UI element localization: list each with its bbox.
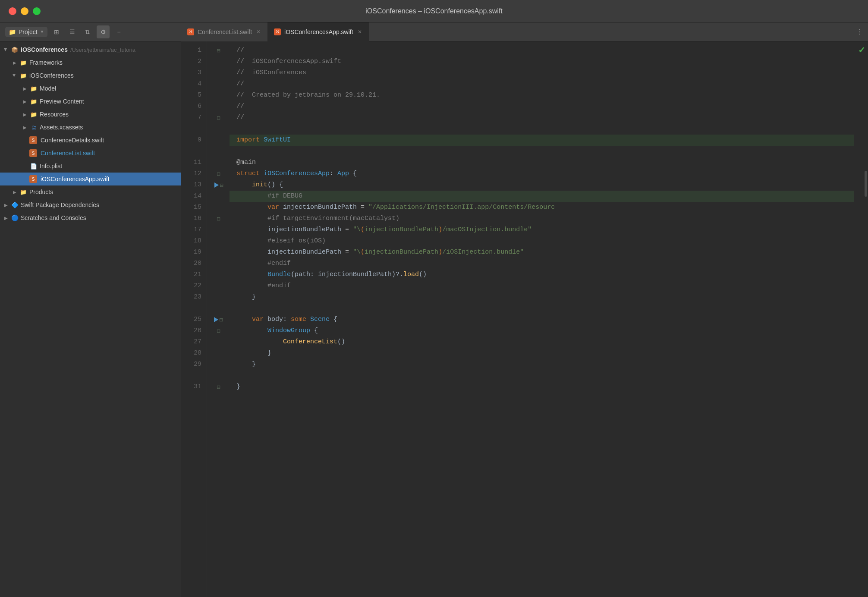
sidebar-item-root[interactable]: ▶ 📦 iOSConferences /Users/jetbrains/ac_t…: [0, 43, 181, 56]
code-line-9: import SwiftUI: [230, 135, 854, 146]
swift-conference-list-icon: S: [29, 149, 37, 157]
sidebar-item-info-plist-label: Info.plist: [40, 163, 62, 170]
sidebar-item-preview-content[interactable]: ▶ 📁 Preview Content: [0, 95, 181, 108]
minimize-button[interactable]: [21, 7, 28, 15]
checkmark-icon: ✓: [858, 45, 865, 55]
sidebar-item-iosconferencesapp[interactable]: ▶ S iOSConferencesApp.swift: [0, 173, 181, 185]
expand-icon-resources: ▶: [21, 110, 29, 119]
sidebar-root-path: /Users/jetbrains/ac_tutoria: [70, 47, 135, 53]
code-line-28: }: [230, 348, 854, 359]
sidebar-item-assets[interactable]: ▶ 🗂 Assets.xcassets: [0, 121, 181, 134]
expand-icon-assets: ▶: [21, 123, 29, 132]
code-line-16: #if targetEnvironment(macCatalyst): [230, 213, 854, 224]
code-line-2: // iOSConferencesApp.swift: [230, 56, 854, 67]
fold-indicator-25[interactable]: ⊟: [219, 317, 223, 323]
sidebar-item-assets-label: Assets.xcassets: [40, 124, 83, 131]
code-editor[interactable]: // // iOSConferencesApp.swift // iOSConf…: [230, 41, 854, 597]
fold-indicator-16[interactable]: ⊟: [217, 216, 220, 222]
scratch-icon: 🔵: [10, 214, 19, 222]
sort-button[interactable]: ⇅: [81, 25, 94, 38]
sidebar-item-frameworks[interactable]: ▶ 📁 Frameworks: [0, 56, 181, 69]
settings-button[interactable]: ⚙: [97, 25, 110, 38]
folder-model-icon: 📁: [29, 84, 38, 93]
editor: 1 2 3 4 5 6 7 9 11 12 13 14 15 16 17 18 …: [181, 41, 868, 597]
code-line-14: #if DEBUG: [230, 191, 854, 202]
fold-indicator-13[interactable]: ⊟: [220, 182, 223, 188]
tabs-overflow-button[interactable]: ⋮: [851, 22, 868, 41]
grid-view-button[interactable]: ⊞: [50, 25, 63, 38]
sidebar-item-swift-package-deps-label: Swift Package Dependencies: [21, 201, 99, 208]
tab-conference-list-close[interactable]: ✕: [255, 28, 261, 35]
main-content: ▶ 📦 iOSConferences /Users/jetbrains/ac_t…: [0, 41, 868, 597]
expand-icon-model: ▶: [21, 84, 29, 93]
project-selector[interactable]: 📁 Project ▼: [5, 27, 47, 37]
sidebar-item-products[interactable]: ▶ 📁 Products: [0, 185, 181, 198]
fold-indicator-7[interactable]: ⊟: [217, 115, 220, 121]
dropdown-arrow-icon: ▼: [40, 29, 44, 34]
folder-preview-icon: 📁: [29, 97, 38, 106]
project-label: Project: [19, 28, 38, 35]
sidebar-item-model-label: Model: [40, 85, 56, 92]
code-line-27: ConferenceList(): [230, 336, 854, 348]
sidebar-item-conference-details-label: ConferenceDetails.swift: [41, 137, 104, 144]
editor-content[interactable]: 1 2 3 4 5 6 7 9 11 12 13 14 15 16 17 18 …: [181, 41, 868, 597]
project-folder-icon: 📁: [9, 28, 16, 35]
close-button[interactable]: [9, 7, 16, 15]
folder-resources-icon: 📁: [29, 110, 38, 119]
expand-icon: ▶: [10, 58, 19, 67]
maximize-button[interactable]: [33, 7, 41, 15]
code-line-12: struct iOSConferencesApp: App {: [230, 168, 854, 179]
fold-indicator-31[interactable]: ⊟: [217, 384, 220, 390]
titlebar: iOSConferences – iOSConferencesApp.swift: [0, 0, 868, 22]
tab-iosconferences-app[interactable]: S iOSConferencesApp.swift ✕: [268, 22, 369, 41]
sidebar-item-model[interactable]: ▶ 📁 Model: [0, 82, 181, 95]
code-line-18: #elseif os(iOS): [230, 236, 854, 247]
breakpoint-25[interactable]: [214, 317, 218, 322]
code-line-5: // Created by jetbrains on 29.10.21.: [230, 90, 854, 101]
fold-indicator[interactable]: ⊟: [217, 48, 220, 53]
list-view-button[interactable]: ☰: [66, 25, 79, 38]
sidebar-item-resources[interactable]: ▶ 📁 Resources: [0, 108, 181, 121]
scrollbar-thumb[interactable]: [865, 171, 867, 197]
window-title: iOSConferences – iOSConferencesApp.swift: [365, 7, 502, 15]
sidebar-item-conference-list[interactable]: ▶ S ConferenceList.swift: [0, 147, 181, 160]
project-icon: 📦: [10, 45, 19, 54]
code-line-30: [230, 370, 854, 381]
expand-arrow-icon: ▶: [2, 45, 10, 54]
fold-indicator-26[interactable]: ⊟: [217, 328, 220, 334]
folder-icon: 📁: [19, 58, 28, 67]
sidebar-item-iosconferences[interactable]: ▶ 📁 iOSConferences: [0, 69, 181, 82]
sidebar-item-products-label: Products: [29, 189, 53, 195]
code-line-1: //: [230, 45, 854, 56]
right-gutter: ✓: [854, 41, 868, 597]
xcassets-icon: 🗂: [29, 123, 38, 132]
code-line-15: var injectionBundlePath = "/Applications…: [230, 202, 854, 213]
sidebar: ▶ 📦 iOSConferences /Users/jetbrains/ac_t…: [0, 41, 181, 597]
code-line-13: init() {: [230, 179, 854, 191]
breakpoint-13[interactable]: [214, 182, 219, 188]
expand-icon-products: ▶: [10, 188, 19, 196]
window-controls[interactable]: [9, 7, 41, 15]
expand-icon-scratches: ▶: [2, 214, 10, 222]
toolbar: 📁 Project ▼ ⊞ ☰ ⇅ ⚙ −: [0, 22, 181, 41]
code-line-19: injectionBundlePath = "\(injectionBundle…: [230, 247, 854, 258]
folder-products-icon: 📁: [19, 188, 28, 196]
tab-iosconferences-app-close[interactable]: ✕: [357, 28, 363, 35]
minus-button[interactable]: −: [112, 25, 125, 38]
fold-indicator-12[interactable]: ⊟: [217, 171, 220, 177]
code-line-8: [230, 123, 854, 135]
sidebar-item-scratches-label: Scratches and Consoles: [21, 214, 86, 221]
code-line-23: }: [230, 292, 854, 303]
expand-icon-ios: ▶: [10, 71, 19, 80]
sidebar-item-resources-label: Resources: [40, 111, 69, 118]
tab-iosconferences-app-label: iOSConferencesApp.swift: [284, 28, 353, 35]
sidebar-item-info-plist[interactable]: ▶ 📄 Info.plist: [0, 160, 181, 173]
code-line-3: // iOSConferences: [230, 67, 854, 79]
sidebar-item-conference-details[interactable]: ▶ S ConferenceDetails.swift: [0, 134, 181, 147]
sidebar-root-label: iOSConferences: [21, 46, 68, 53]
sidebar-item-scratches[interactable]: ▶ 🔵 Scratches and Consoles: [0, 211, 181, 224]
sidebar-item-swift-package-deps[interactable]: ▶ 🔷 Swift Package Dependencies: [0, 198, 181, 211]
tab-conference-list[interactable]: S ConferenceList.swift ✕: [181, 22, 268, 41]
swift-iosconferencesapp-icon: S: [29, 175, 37, 183]
sidebar-item-conference-list-label: ConferenceList.swift: [41, 150, 95, 157]
